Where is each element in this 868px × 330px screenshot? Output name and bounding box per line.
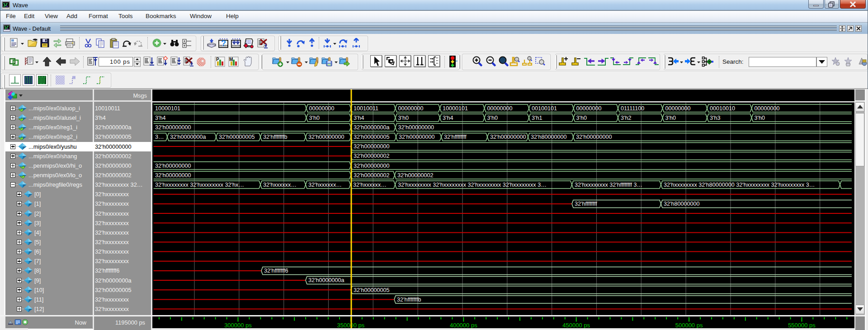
svg-text:3'h0: 3'h0 bbox=[309, 115, 320, 121]
svg-text:3'h2: 3'h2 bbox=[621, 115, 631, 121]
svg-text:3'h3: 3'h3 bbox=[710, 115, 720, 121]
svg-text:3'h0: 3'h0 bbox=[487, 115, 498, 121]
svg-text:32'h00000000: 32'h00000000 bbox=[155, 172, 191, 179]
svg-text:300000 ps: 300000 ps bbox=[224, 322, 252, 329]
svg-text:32'h0000000a: 32'h0000000a bbox=[170, 134, 206, 140]
svg-text:32'h00000005: 32'h00000005 bbox=[219, 134, 255, 140]
svg-text:32'h00000000: 32'h00000000 bbox=[398, 124, 434, 131]
svg-text:32'h80000000: 32'h80000000 bbox=[531, 134, 566, 140]
svg-text:32'h80000000: 32'h80000000 bbox=[664, 201, 699, 207]
svg-text:3'h4: 3'h4 bbox=[443, 115, 453, 121]
svg-text:32'h00000000: 32'h00000000 bbox=[354, 143, 389, 150]
svg-text:32'hxxxxxx…: 32'hxxxxxx… bbox=[263, 182, 297, 188]
svg-text:P: P bbox=[216, 57, 219, 62]
svg-text:3…: 3… bbox=[155, 134, 164, 140]
svg-text:32'h0000000a: 32'h0000000a bbox=[354, 124, 389, 131]
svg-text:00010010: 00010010 bbox=[710, 105, 735, 112]
svg-text:32'hxxxxxxxx 32'h80000000 32'h: 32'hxxxxxxxx 32'h80000000 32'hxxxxxxxx 3… bbox=[664, 182, 815, 188]
svg-text:32'h00000002: 32'h00000002 bbox=[397, 172, 433, 179]
svg-text:32'h00000005: 32'h00000005 bbox=[354, 134, 389, 140]
svg-text:10000101: 10000101 bbox=[443, 105, 468, 112]
svg-text:32'h00000002: 32'h00000002 bbox=[354, 172, 389, 179]
svg-text:32'h00000005: 32'h00000005 bbox=[354, 287, 389, 293]
svg-text:500000 ps: 500000 ps bbox=[675, 322, 703, 329]
svg-text:01111100: 01111100 bbox=[621, 105, 644, 112]
svg-text:32'hxxxxxx…: 32'hxxxxxx… bbox=[353, 182, 387, 188]
svg-text:00100101: 00100101 bbox=[532, 105, 557, 112]
svg-text:M: M bbox=[229, 57, 233, 62]
svg-text:32'h0000000a: 32'h0000000a bbox=[308, 277, 344, 283]
svg-text:32'hfffffffb: 32'hfffffffb bbox=[397, 297, 421, 303]
svg-text:32'hfffffffb: 32'hfffffffb bbox=[263, 134, 288, 140]
svg-text:550000 ps: 550000 ps bbox=[788, 322, 816, 329]
svg-text:00000000: 00000000 bbox=[665, 105, 691, 112]
svg-text:3'h1: 3'h1 bbox=[532, 115, 542, 121]
svg-text:32'hffffffff: 32'hffffffff bbox=[444, 134, 467, 140]
svg-text:32'h00000000: 32'h00000000 bbox=[354, 163, 389, 169]
svg-text:32'hxxxxxx…: 32'hxxxxxx… bbox=[308, 182, 342, 188]
svg-text:450000 ps: 450000 ps bbox=[562, 322, 590, 329]
svg-text:32'hxxxxxxxx 32'hxxxxxxxx 32'h: 32'hxxxxxxxx 32'hxxxxxxxx 32'hx… bbox=[155, 182, 244, 188]
svg-text:32'h00000000: 32'h00000000 bbox=[155, 124, 191, 131]
svg-text:32'h00000000: 32'h00000000 bbox=[155, 163, 191, 169]
svg-text:3'h0: 3'h0 bbox=[576, 115, 587, 121]
svg-text:32'h00000000: 32'h00000000 bbox=[490, 134, 526, 140]
svg-text:3'h0: 3'h0 bbox=[665, 115, 676, 121]
svg-text:32'hxxxxxxxx 32'hxxxxxxxx 32'h: 32'hxxxxxxxx 32'hxxxxxxxx 32'hxxxxxxxx 3… bbox=[398, 182, 547, 188]
svg-text:10000101: 10000101 bbox=[155, 105, 180, 112]
svg-text:10010011: 10010011 bbox=[354, 105, 378, 112]
svg-text:32'h00000000: 32'h00000000 bbox=[308, 134, 344, 140]
svg-text:3'h0: 3'h0 bbox=[398, 115, 409, 121]
svg-text:400000 ps: 400000 ps bbox=[450, 322, 477, 329]
svg-text:32'hxxxxxxxx 32'hffffffff 3…: 32'hxxxxxxxx 32'hffffffff 3… bbox=[575, 182, 642, 188]
svg-text:32'hfffffff6: 32'hfffffff6 bbox=[264, 268, 288, 274]
svg-text:00000000: 00000000 bbox=[576, 105, 602, 112]
svg-text:3'h0: 3'h0 bbox=[755, 115, 765, 121]
svg-text:3'h4: 3'h4 bbox=[155, 115, 165, 121]
svg-text:?: ? bbox=[221, 39, 226, 48]
svg-text:00000000: 00000000 bbox=[309, 105, 335, 112]
svg-text:32'hffffffff: 32'hffffffff bbox=[575, 201, 597, 207]
svg-text:32'h00000002: 32'h00000002 bbox=[354, 153, 389, 159]
svg-text:32'h00000000: 32'h00000000 bbox=[399, 134, 434, 140]
svg-text:32'h00000000: 32'h00000000 bbox=[576, 134, 612, 140]
svg-text:00000000: 00000000 bbox=[755, 105, 780, 112]
svg-text:00000000: 00000000 bbox=[487, 105, 513, 112]
svg-text:00000000: 00000000 bbox=[398, 105, 424, 112]
svg-text:3'h4: 3'h4 bbox=[354, 115, 364, 121]
